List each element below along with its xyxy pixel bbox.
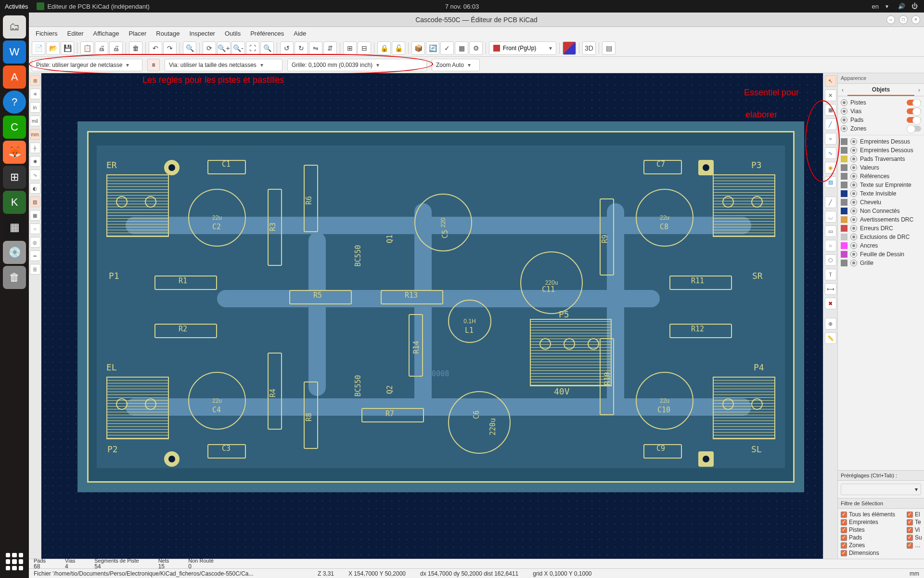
rotate-ccw-icon[interactable]: ↺ bbox=[280, 41, 294, 55]
color-swatch[interactable] bbox=[841, 216, 847, 223]
color-swatch[interactable] bbox=[841, 251, 847, 258]
color-swatch[interactable] bbox=[841, 242, 847, 249]
opacity-slider[interactable] bbox=[907, 100, 921, 105]
obj-row[interactable]: Empreintes Dessous bbox=[838, 146, 924, 155]
checkbox[interactable] bbox=[841, 527, 847, 533]
topbar-app[interactable]: Editeur de PCB KiCad (indépendant) bbox=[37, 2, 149, 10]
eye-icon[interactable] bbox=[850, 138, 857, 145]
menu-fichiers[interactable]: Fichiers bbox=[32, 28, 62, 39]
contrast-icon[interactable]: ◐ bbox=[30, 183, 40, 194]
color-swatch[interactable] bbox=[841, 199, 847, 206]
dock-schematic[interactable]: ▦ bbox=[3, 216, 26, 239]
filter-row[interactable]: Tous les éléments bbox=[841, 511, 901, 518]
eye-icon[interactable] bbox=[850, 190, 857, 197]
dock-firefox[interactable]: 🦊 bbox=[3, 141, 26, 164]
menu-inspecter[interactable]: Inspecter bbox=[185, 28, 218, 39]
filter-row[interactable]: Su bbox=[907, 534, 921, 541]
filter-row[interactable]: Zones bbox=[841, 541, 901, 549]
ungroup-icon[interactable]: ⊟ bbox=[358, 41, 371, 55]
eye-icon[interactable] bbox=[850, 234, 857, 240]
dock-software[interactable]: A bbox=[3, 66, 26, 89]
eye-icon[interactable] bbox=[850, 182, 857, 188]
pad-display-icon[interactable]: ○ bbox=[30, 223, 40, 234]
eye-icon[interactable] bbox=[841, 125, 847, 132]
undo-icon[interactable]: ↶ bbox=[149, 41, 162, 55]
obj-row[interactable]: Texte Invisible bbox=[838, 189, 924, 198]
origin-tool-icon[interactable]: ⊕ bbox=[825, 318, 836, 329]
mm-icon[interactable]: mm bbox=[30, 129, 40, 140]
mil-icon[interactable]: mil bbox=[30, 116, 40, 126]
opacity-slider[interactable] bbox=[907, 108, 921, 114]
checkbox[interactable] bbox=[907, 527, 913, 533]
grid-toggle-icon[interactable]: ⊞ bbox=[30, 75, 40, 86]
filter-row[interactable]: Pistes bbox=[841, 526, 901, 534]
mirror-v-icon[interactable]: ⇵ bbox=[323, 41, 337, 55]
tab-prev-icon[interactable]: ‹ bbox=[838, 87, 847, 93]
checkbox[interactable] bbox=[841, 519, 847, 525]
color-swatch[interactable] bbox=[841, 190, 847, 197]
filter-row[interactable]: … bbox=[907, 541, 921, 549]
filter-row[interactable]: Empreintes bbox=[841, 518, 901, 526]
obj-row[interactable]: Exclusions de DRC bbox=[838, 233, 924, 241]
obj-row[interactable]: Références bbox=[838, 172, 924, 181]
close-button[interactable]: × bbox=[911, 15, 920, 24]
zoom-combo[interactable]: Zoom Auto▾ bbox=[432, 59, 480, 71]
obj-row[interactable]: Texte sur Empreinte bbox=[838, 181, 924, 189]
console-icon[interactable]: ▤ bbox=[602, 41, 616, 55]
checkbox[interactable] bbox=[841, 542, 847, 549]
mirror-h-icon[interactable]: ⇋ bbox=[309, 41, 322, 55]
power-icon[interactable] bbox=[911, 2, 919, 10]
presets-combo[interactable]: ▾ bbox=[841, 484, 921, 495]
poly-tool-icon[interactable]: ⬠ bbox=[825, 254, 836, 266]
scripting-icon[interactable]: ⚙ bbox=[469, 41, 483, 55]
obj-row[interactable]: Ancres bbox=[838, 241, 924, 250]
menu-placer[interactable]: Placer bbox=[125, 28, 150, 39]
obj-row[interactable]: Chevelu bbox=[838, 198, 924, 207]
opacity-slider[interactable] bbox=[907, 126, 921, 131]
page-settings-icon[interactable]: 📋 bbox=[80, 41, 94, 55]
eye-icon[interactable] bbox=[850, 164, 857, 171]
zone-tool-icon[interactable]: ▨ bbox=[825, 176, 836, 188]
update-pcb-icon[interactable]: 🔄 bbox=[426, 41, 439, 55]
dimension-tool-icon[interactable]: ⟷ bbox=[825, 283, 836, 295]
menu-affichage[interactable]: Affichage bbox=[89, 28, 123, 39]
checkbox[interactable] bbox=[841, 535, 847, 541]
filter-row[interactable]: El bbox=[907, 511, 921, 518]
obj-row[interactable]: Valeurs bbox=[838, 163, 924, 172]
circle-tool-icon[interactable]: ○ bbox=[825, 240, 836, 251]
filter-row[interactable]: Vi bbox=[907, 526, 921, 534]
menu-routage[interactable]: Routage bbox=[152, 28, 183, 39]
eye-icon[interactable] bbox=[850, 173, 857, 180]
text-tool-icon[interactable]: T bbox=[825, 269, 836, 280]
dock-calc[interactable]: C bbox=[3, 116, 26, 139]
color-swatch[interactable] bbox=[841, 182, 847, 188]
lang-indicator[interactable]: en bbox=[872, 3, 879, 10]
eye-icon[interactable] bbox=[850, 199, 857, 206]
obj-row[interactable]: Empreintes Dessus bbox=[838, 137, 924, 146]
tab-next-icon[interactable]: › bbox=[914, 87, 924, 93]
eye-icon[interactable] bbox=[850, 225, 857, 232]
pcb-canvas[interactable]: Les regles pour les pistes et pastilles … bbox=[41, 73, 823, 559]
save-icon[interactable]: 💾 bbox=[61, 41, 74, 55]
volume-icon[interactable] bbox=[898, 2, 906, 10]
rotate-cw-icon[interactable]: ↻ bbox=[295, 41, 308, 55]
obj-row[interactable]: Erreurs DRC bbox=[838, 224, 924, 233]
rect-tool-icon[interactable]: ▭ bbox=[825, 225, 836, 237]
checkbox[interactable] bbox=[907, 535, 913, 541]
eye-icon[interactable] bbox=[841, 117, 847, 123]
color-swatch[interactable] bbox=[841, 173, 847, 180]
eye-icon[interactable] bbox=[850, 242, 857, 249]
arc-tool-icon[interactable]: ◡ bbox=[825, 211, 836, 223]
layer-select[interactable]: Front (PgUp) ▾ bbox=[489, 41, 556, 55]
checkbox[interactable] bbox=[841, 550, 847, 556]
eye-icon[interactable] bbox=[850, 216, 857, 223]
color-swatch[interactable] bbox=[841, 164, 847, 171]
tune-length-icon[interactable]: ∿ bbox=[825, 147, 836, 159]
minimize-button[interactable]: – bbox=[886, 15, 895, 24]
obj-row[interactable]: Pistes bbox=[838, 98, 924, 107]
via-tool-icon[interactable]: ◉ bbox=[825, 162, 836, 173]
obj-row[interactable]: Non Connectés bbox=[838, 207, 924, 215]
via-display-icon[interactable]: ◎ bbox=[30, 237, 40, 248]
zoom-fit-icon[interactable]: ⛶ bbox=[246, 41, 259, 55]
new-icon[interactable]: 📄 bbox=[32, 41, 45, 55]
